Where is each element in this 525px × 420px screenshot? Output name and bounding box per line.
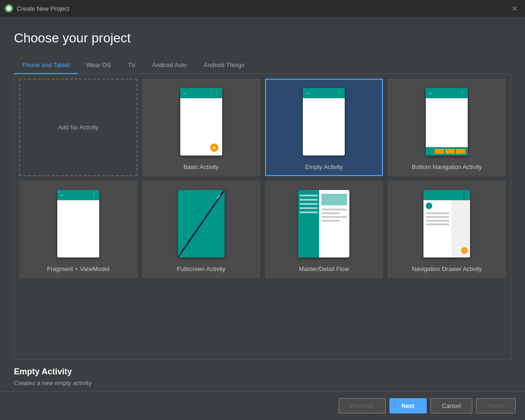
phone-toolbar-fragment: ← ⋮	[57, 190, 99, 200]
selected-activity-description: Creates a new empty activity	[14, 379, 511, 386]
drawer-line-3	[426, 220, 449, 222]
footer: Previous Next Cancel Finish	[0, 391, 525, 420]
phone-mock-empty: ← ⋮	[303, 88, 345, 156]
phone-mock-fullscreen: ⤢	[178, 190, 225, 257]
back-arrow-fragment-icon: ←	[60, 192, 65, 198]
selected-activity-title: Empty Activity	[14, 367, 511, 377]
card-basic-preview: ← ⋮ +	[148, 84, 255, 159]
bottom-nav-item-1	[435, 149, 444, 154]
back-arrow-empty-icon: ←	[305, 90, 310, 96]
card-no-activity-label: Add No Activity	[58, 124, 98, 131]
master-panel	[298, 190, 319, 257]
card-empty-preview: ← ⋮	[271, 84, 378, 159]
tab-android-things[interactable]: Android Things	[195, 57, 252, 74]
detail-line-3	[321, 216, 347, 218]
card-empty-activity[interactable]: ← ⋮ Empty Activity	[265, 79, 383, 176]
card-fragment-label: Fragment + ViewModel	[47, 265, 109, 272]
detail-header	[321, 194, 347, 205]
bottom-nav-item-2	[445, 149, 455, 154]
title-bar: Create New Project ✕	[0, 0, 525, 17]
expand-icon: ⤢	[216, 194, 221, 200]
next-button[interactable]: Next	[389, 398, 427, 413]
card-fragment-viewmodel[interactable]: ← ⋮ Fragment + ViewModel	[19, 181, 137, 278]
title-bar-left: Create New Project	[5, 4, 69, 13]
detail-panel	[319, 190, 349, 257]
phone-mock-nav-drawer: ⋮ +	[423, 190, 470, 257]
menu-dots-nav-drawer-icon: ⋮	[460, 190, 468, 199]
tabs-bar: Phone and Tablet Wear OS TV Android Auto…	[14, 57, 511, 74]
window-title: Create New Project	[17, 5, 69, 12]
drawer-line-1	[426, 212, 449, 214]
master-line-5	[300, 211, 318, 213]
card-fullscreen-label: Fullscreen Activity	[177, 265, 225, 272]
drawer-fab: +	[461, 247, 468, 254]
fab-basic: +	[210, 143, 218, 152]
page-title: Choose your project	[14, 31, 511, 46]
previous-button[interactable]: Previous	[339, 398, 386, 413]
phone-body-empty	[303, 98, 345, 156]
master-line-4	[300, 207, 318, 209]
close-button[interactable]: ✕	[509, 3, 520, 14]
menu-dots-bottom-nav-icon: ⋮	[460, 90, 465, 96]
detail-line-2	[321, 212, 340, 214]
card-empty-label: Empty Activity	[305, 163, 343, 170]
card-fullscreen[interactable]: ⤢ Fullscreen Activity	[142, 181, 260, 278]
phone-mock-fragment: ← ⋮	[57, 190, 99, 257]
app-icon	[5, 4, 13, 13]
card-nav-drawer[interactable]: ⋮ +	[388, 181, 506, 278]
phone-body-basic: +	[180, 98, 222, 156]
activity-grid: Add No Activity ← ⋮ + Basic Activity	[19, 79, 506, 278]
card-fragment-preview: ← ⋮	[25, 186, 132, 261]
phone-body-fragment	[57, 200, 99, 257]
card-master-detail-label: Master/Detail Flow	[299, 265, 349, 272]
card-master-detail-preview	[271, 186, 378, 261]
card-master-detail[interactable]: Master/Detail Flow	[265, 181, 383, 278]
card-fullscreen-preview: ⤢	[148, 186, 255, 261]
back-arrow-icon: ←	[183, 90, 188, 96]
card-bottom-nav-label: Bottom Navigation Activity	[412, 163, 482, 170]
phone-body-bottom-nav	[426, 98, 468, 147]
card-no-activity[interactable]: Add No Activity	[19, 79, 137, 176]
master-line-2	[300, 199, 318, 201]
phone-toolbar-empty: ← ⋮	[303, 88, 345, 98]
card-bottom-nav-preview: ← ⋮	[393, 84, 500, 159]
phone-bottom-nav-bar	[426, 147, 468, 156]
nav-drawer-toolbar: ⋮	[423, 190, 470, 200]
card-nav-drawer-label: Navigation Drawer Activity	[412, 265, 482, 272]
selected-activity-info: Empty Activity Creates a new empty activ…	[14, 359, 511, 391]
phone-mock-master-detail	[298, 190, 349, 257]
nav-drawer-body: +	[423, 200, 470, 257]
phone-toolbar-bottom-nav: ← ⋮	[426, 88, 468, 98]
main-content: Choose your project Phone and Tablet Wea…	[0, 17, 525, 391]
phone-mock-basic: ← ⋮ +	[180, 88, 222, 156]
menu-dots-icon: ⋮	[214, 90, 220, 96]
drawer-avatar	[426, 203, 432, 209]
finish-button[interactable]: Finish	[476, 398, 516, 413]
menu-dots-fragment-icon: ⋮	[91, 192, 97, 198]
phone-mock-bottom-nav: ← ⋮	[426, 88, 468, 156]
detail-line-4	[321, 220, 340, 222]
drawer-panel	[423, 200, 451, 257]
card-basic-label: Basic Activity	[184, 163, 219, 170]
card-basic-activity[interactable]: ← ⋮ + Basic Activity	[142, 79, 260, 176]
master-line-1	[300, 195, 318, 196]
bottom-nav-item-3	[456, 149, 465, 154]
tab-android-auto[interactable]: Android Auto	[144, 57, 195, 74]
tab-tv[interactable]: TV	[119, 57, 144, 74]
menu-dots-empty-icon: ⋮	[337, 90, 342, 96]
back-arrow-bottom-nav-icon: ←	[428, 90, 433, 96]
activity-grid-container[interactable]: Add No Activity ← ⋮ + Basic Activity	[14, 74, 511, 359]
drawer-line-4	[426, 224, 449, 225]
card-nav-drawer-preview: ⋮ +	[393, 186, 500, 261]
drawer-line-2	[426, 216, 449, 218]
tab-wear-os[interactable]: Wear OS	[78, 57, 119, 74]
detail-line-1	[321, 209, 347, 210]
phone-toolbar-basic: ← ⋮	[180, 88, 222, 98]
master-line-3	[300, 203, 318, 205]
cancel-button[interactable]: Cancel	[430, 398, 472, 413]
drawer-main-area: +	[451, 200, 470, 257]
tab-phone-tablet[interactable]: Phone and Tablet	[14, 57, 78, 74]
card-bottom-nav[interactable]: ← ⋮ Bottom Navigation Activity	[388, 79, 506, 176]
